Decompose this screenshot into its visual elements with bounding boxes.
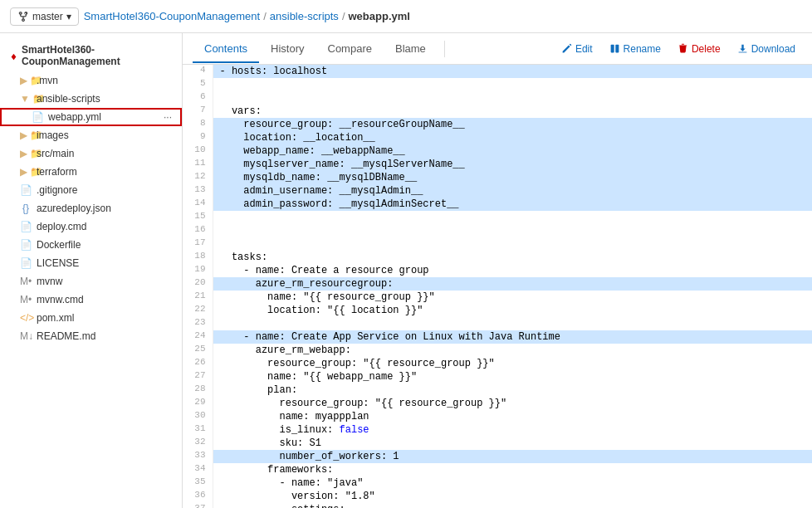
sidebar-root[interactable]: ⬧ SmartHotel360-CouponManagement — [0, 40, 182, 71]
line-number: 18 — [183, 251, 213, 264]
line-content — [213, 211, 812, 224]
line-number: 8 — [183, 118, 213, 131]
line-number: 9 — [183, 131, 213, 144]
sidebar-item-label: azuredeploy.json — [37, 203, 111, 214]
table-row: 33 number_of_workers: 1 — [183, 450, 812, 463]
rename-icon — [609, 43, 620, 54]
download-icon — [737, 43, 748, 54]
table-row: 10 webapp_name: __webappName__ — [183, 144, 812, 158]
item-ellipsis[interactable]: ··· — [164, 111, 172, 123]
table-row: 31 is_linux: false — [183, 423, 812, 437]
sidebar-item-webapp-yml[interactable]: 📄 webapp.yml ··· — [0, 108, 182, 126]
line-number: 14 — [183, 198, 213, 211]
sidebar-item-mvnwcmd[interactable]: M• mvnw.cmd — [0, 291, 182, 309]
sidebar-item-label: src/main — [37, 148, 74, 159]
delete-button[interactable]: Delete — [671, 40, 727, 58]
branch-selector[interactable]: master ▾ — [10, 7, 79, 26]
table-row: 15 — [183, 211, 812, 224]
code-viewer[interactable]: 4- hosts: localhost5 6 7 vars:8 resource… — [183, 65, 812, 508]
line-number: 27 — [183, 370, 213, 383]
code-content: 4- hosts: localhost5 6 7 vars:8 resource… — [183, 65, 812, 508]
table-row: 34 frameworks: — [183, 463, 812, 476]
table-row: 9 location: __location__ — [183, 131, 812, 144]
sidebar-item-deploycmd[interactable]: 📄 deploy.cmd — [0, 217, 182, 236]
line-number: 31 — [183, 423, 213, 437]
line-number: 4 — [183, 65, 213, 78]
sidebar-item-gitignore[interactable]: 📄 .gitignore — [0, 181, 182, 199]
line-content: version: "1.8" — [213, 490, 812, 503]
breadcrumb-repo[interactable]: SmartHotel360-CouponManagement — [84, 10, 260, 22]
line-content — [213, 224, 812, 237]
line-content: sku: S1 — [213, 437, 812, 450]
file-icon: 📄 — [20, 239, 32, 251]
download-button[interactable]: Download — [731, 40, 802, 58]
line-content: - name: Create App Service on Linux with… — [213, 330, 812, 344]
sidebar-item-mvnw[interactable]: M• mvnw — [0, 272, 182, 291]
table-row: 27 name: "{{ webapp_name }}" — [183, 370, 812, 383]
sidebar-item-label: .gitignore — [37, 184, 77, 196]
tab-blame[interactable]: Blame — [384, 36, 438, 63]
table-row: 29 resource_group: "{{ resource_group }}… — [183, 397, 812, 410]
line-content: is_linux: false — [213, 423, 812, 437]
tab-history[interactable]: History — [259, 36, 316, 63]
sidebar-item-srcmain[interactable]: ▶ 📁 src/main — [0, 144, 182, 163]
line-number: 15 — [183, 211, 213, 224]
folder-icon: ▼ 📁 — [20, 93, 32, 105]
sidebar-item-label: terraform — [37, 166, 77, 178]
line-number: 29 — [183, 397, 213, 410]
branch-label: master — [32, 11, 63, 22]
line-number: 36 — [183, 490, 213, 503]
table-row: 16 — [183, 224, 812, 237]
sidebar-item-ansible[interactable]: ▼ 📁 ansible-scripts — [0, 90, 182, 108]
sidebar-item-label: webapp.yml — [48, 111, 101, 123]
line-content: resource_group: "{{ resource_group }}" — [213, 397, 812, 410]
sidebar-item-pomxml[interactable]: </> pom.xml — [0, 309, 182, 327]
table-row: 17 — [183, 237, 812, 251]
table-row: 6 — [183, 91, 812, 105]
trash-icon — [677, 43, 688, 54]
file-icon: 📄 — [32, 111, 43, 123]
table-row: 12 mysqldb_name: __mysqlDBName__ — [183, 171, 812, 184]
edit-label: Edit — [575, 43, 593, 55]
sidebar-item-terraform[interactable]: ▶ 📁 terraform — [0, 163, 182, 181]
line-number: 17 — [183, 237, 213, 251]
line-number: 13 — [183, 184, 213, 198]
line-content: - hosts: localhost — [213, 65, 812, 78]
git-branch-icon — [17, 11, 29, 22]
sidebar-item-dockerfile[interactable]: 📄 Dockerfile — [0, 236, 182, 254]
edit-button[interactable]: Edit — [555, 40, 599, 58]
line-content — [213, 91, 812, 105]
line-content: resource_group: "{{ resource_group }}" — [213, 357, 812, 370]
sidebar-item-license[interactable]: 📄 LICENSE — [0, 254, 182, 272]
line-content: frameworks: — [213, 463, 812, 476]
sidebar-item-label: Dockerfile — [37, 239, 81, 251]
sidebar-item-mvn[interactable]: ▶ 📁 .mvn — [0, 71, 182, 90]
sidebar-item-images[interactable]: ▶ 📁 images — [0, 126, 182, 144]
sidebar-item-label: images — [37, 129, 69, 141]
root-icon: ⬧ — [10, 49, 17, 62]
table-row: 25 azure_rm_webapp: — [183, 344, 812, 357]
line-content: - name: "java" — [213, 476, 812, 490]
line-content — [213, 237, 812, 251]
rename-button[interactable]: Rename — [603, 40, 668, 58]
table-row: 5 — [183, 78, 812, 91]
content-pane: Contents History Compare Blame Edit Rena… — [183, 33, 812, 508]
line-number: 24 — [183, 330, 213, 344]
line-content: resource_group: __resourceGroupName__ — [213, 118, 812, 131]
breadcrumb-file: webapp.yml — [349, 10, 410, 22]
file-icon: 📄 — [20, 221, 32, 232]
sidebar-item-label: README.md — [37, 330, 95, 342]
tab-compare[interactable]: Compare — [316, 36, 384, 63]
sidebar-item-readme[interactable]: M↓ README.md — [0, 327, 182, 345]
pencil-icon — [561, 43, 572, 54]
breadcrumb-folder[interactable]: ansible-scripts — [270, 10, 339, 22]
tab-contents[interactable]: Contents — [193, 36, 259, 63]
folder-icon: ▶ 📁 — [20, 129, 32, 141]
tab-actions: Edit Rename Delete Download — [555, 40, 802, 58]
tab-bar: Contents History Compare Blame Edit Rena… — [183, 33, 812, 65]
svg-rect-0 — [610, 45, 614, 53]
sidebar-item-azuredeploy[interactable]: {} azuredeploy.json — [0, 199, 182, 217]
line-content: admin_username: __mysqlAdmin__ — [213, 184, 812, 198]
line-number: 22 — [183, 304, 213, 317]
line-number: 34 — [183, 463, 213, 476]
